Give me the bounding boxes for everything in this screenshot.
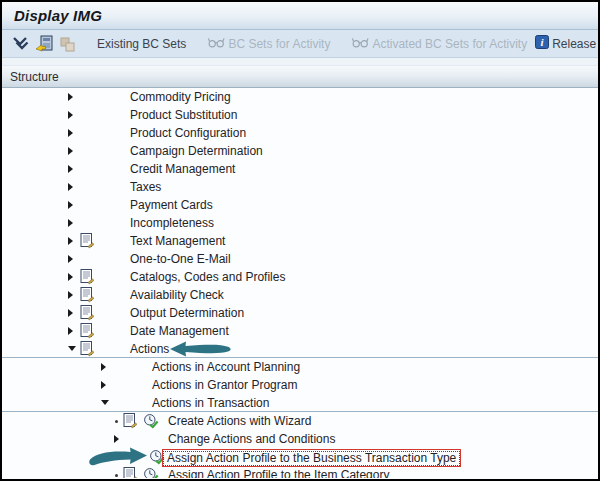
tree-item-label[interactable]: Assign Action Profile to the Business Tr…	[162, 449, 461, 467]
tree-item-label[interactable]: Create Actions with Wizard	[168, 413, 311, 429]
expander-collapsed-icon[interactable]	[68, 183, 73, 191]
expander-collapsed-icon[interactable]	[68, 165, 73, 173]
tree-item-label[interactable]: Date Management	[130, 323, 229, 339]
tree-row[interactable]: One-to-One E-Mail	[2, 250, 598, 268]
tree-item-label[interactable]: Actions	[130, 341, 169, 357]
button-label: Activated BC Sets for Activity	[372, 37, 527, 51]
expander-collapsed-icon[interactable]	[68, 201, 73, 209]
bullet-icon	[115, 420, 118, 423]
tree-row[interactable]: Date Management	[2, 322, 598, 340]
tree-item-label[interactable]: Credit Management	[130, 161, 235, 177]
toolbar: Existing BC Sets BC Sets for Activity	[2, 30, 598, 58]
activated-bc-sets-for-activity-button: Activated BC Sets for Activity	[348, 35, 531, 53]
tree-item-label[interactable]: Actions in Transaction	[152, 395, 269, 411]
tree-item-label[interactable]: Product Configuration	[130, 125, 246, 141]
expander-collapsed-icon[interactable]	[68, 291, 73, 299]
tree-item-label[interactable]: Actions in Account Planning	[152, 359, 300, 375]
focus-dotted-box: Assign Action Profile to the Business Tr…	[163, 451, 460, 466]
titlebar: Display IMG	[2, 2, 598, 30]
bullet-icon	[115, 474, 118, 477]
expander-expanded-icon[interactable]	[101, 400, 109, 405]
tree-row[interactable]: Product Substitution	[2, 106, 598, 124]
structure-header: Structure	[2, 66, 598, 88]
tree-item-label[interactable]: Output Determination	[130, 305, 244, 321]
spacer-strip	[2, 58, 598, 66]
display-structure-icon[interactable]	[35, 33, 54, 55]
tree-item-label[interactable]: One-to-One E-Mail	[130, 251, 231, 267]
tree-item-label[interactable]: Catalogs, Codes and Profiles	[130, 269, 285, 285]
tree-row[interactable]: Output Determination	[2, 304, 598, 322]
glasses-icon	[352, 37, 369, 51]
page-title: Display IMG	[2, 7, 102, 24]
window: Display IMG Existing BC Sets	[0, 0, 600, 481]
expander-collapsed-icon[interactable]	[68, 111, 73, 119]
tree-row[interactable]: Availability Check	[2, 286, 598, 304]
tree-row[interactable]: Campaign Determination	[2, 142, 598, 160]
expander-collapsed-icon[interactable]	[68, 273, 73, 281]
tree-row[interactable]: Create Actions with Wizard	[2, 412, 598, 430]
tree-row[interactable]: Actions in Account Planning	[2, 358, 598, 376]
choose-icon[interactable]	[12, 33, 30, 55]
tree-row[interactable]: Payment Cards	[2, 196, 598, 214]
annotation-arrow-right	[88, 446, 148, 471]
tree-row[interactable]: Actions in Grantor Program	[2, 376, 598, 394]
button-label: Release	[552, 37, 596, 51]
tree-row[interactable]: Actions in Transaction	[2, 394, 598, 412]
expander-collapsed-icon[interactable]	[68, 255, 73, 263]
expander-collapsed-icon[interactable]	[68, 219, 73, 227]
structure-header-label: Structure	[10, 70, 59, 84]
tree-item-label[interactable]: Availability Check	[130, 287, 224, 303]
tree-row[interactable]: Actions	[2, 340, 598, 358]
info-icon: i	[535, 35, 549, 52]
tree-row[interactable]: Credit Management	[2, 160, 598, 178]
release-button[interactable]: i Release	[531, 33, 600, 54]
tree-row[interactable]: Catalogs, Codes and Profiles	[2, 268, 598, 286]
tree-item-label[interactable]: Product Substitution	[130, 107, 237, 123]
expander-collapsed-icon[interactable]	[101, 363, 106, 371]
tree-row[interactable]: Incompleteness	[2, 214, 598, 232]
tree-item-label[interactable]: Text Management	[130, 233, 225, 249]
expander-collapsed-icon[interactable]	[68, 93, 73, 101]
button-label: BC Sets for Activity	[228, 37, 330, 51]
tree-row[interactable]: Text Management	[2, 232, 598, 250]
tree-row[interactable]: Commodity Pricing	[2, 88, 598, 106]
tree-item-label[interactable]: Commodity Pricing	[130, 89, 231, 105]
tree-item-label[interactable]: Change Actions and Conditions	[168, 431, 335, 447]
tree-item-label[interactable]: Campaign Determination	[130, 143, 263, 159]
expander-collapsed-icon[interactable]	[68, 129, 73, 137]
bc-sets-for-activity-button: BC Sets for Activity	[204, 35, 334, 53]
expander-collapsed-icon[interactable]	[114, 435, 119, 443]
expander-collapsed-icon[interactable]	[101, 381, 106, 389]
tree-row[interactable]: Product Configuration	[2, 124, 598, 142]
tree-row[interactable]: Assign Action Profile to the Business Tr…	[2, 448, 598, 466]
expander-collapsed-icon[interactable]	[68, 327, 73, 335]
copy-icon	[59, 33, 76, 55]
expander-collapsed-icon[interactable]	[68, 147, 73, 155]
expander-expanded-icon[interactable]	[68, 346, 76, 351]
expander-collapsed-icon[interactable]	[68, 309, 73, 317]
highlight-red-box: Assign Action Profile to the Business Tr…	[162, 449, 461, 467]
tree-item-label[interactable]: Incompleteness	[130, 215, 214, 231]
tree-item-label[interactable]: Assign Action Profile to the Item Catego…	[168, 467, 389, 478]
tree-item-label[interactable]: Taxes	[130, 179, 161, 195]
expander-collapsed-icon[interactable]	[68, 237, 73, 245]
tree-item-label[interactable]: Payment Cards	[130, 197, 213, 213]
tree-row[interactable]: Taxes	[2, 178, 598, 196]
tree: Commodity PricingProduct SubstitutionPro…	[2, 88, 598, 478]
glasses-icon	[208, 37, 225, 51]
tree-item-label[interactable]: Actions in Grantor Program	[152, 377, 297, 393]
existing-bc-sets-button[interactable]: Existing BC Sets	[93, 35, 190, 53]
